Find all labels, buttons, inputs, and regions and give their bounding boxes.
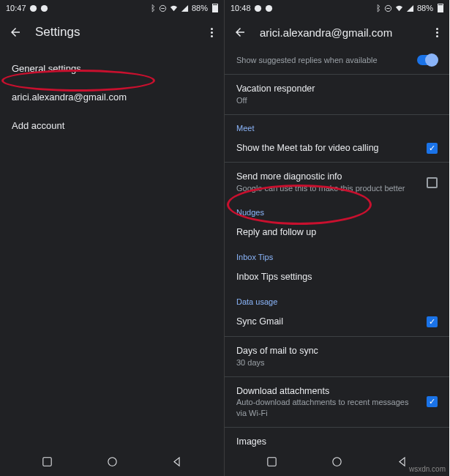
divider (225, 162, 449, 163)
add-account-item[interactable]: Add account (0, 111, 224, 140)
overflow-menu-icon[interactable] (206, 23, 215, 42)
svg-point-0 (29, 4, 36, 11)
overflow-menu-icon[interactable] (432, 23, 440, 42)
phone-right: 10:48 ᛒ 88% arici.alexandra@gmail.com Sh… (225, 0, 449, 476)
images-label: Images (236, 436, 438, 448)
nav-home-button[interactable] (94, 451, 130, 475)
spotify-icon (254, 4, 262, 12)
nudges-item[interactable]: Reply and follow up (225, 220, 449, 245)
smart-replies-item[interactable]: Show suggested replies when available (225, 48, 449, 72)
section-inbox-tips: Inbox Tips (225, 245, 449, 264)
nav-recent-button[interactable] (254, 451, 290, 475)
phone-left: 10:47 ᛒ 88% Settings General settings ar… (0, 0, 225, 476)
download-label: Download attachments (236, 385, 419, 398)
nav-recent-button[interactable] (29, 451, 65, 475)
images-item[interactable]: Images Always display external images (225, 429, 449, 450)
svg-point-1 (40, 4, 47, 11)
general-settings-item[interactable]: General settings (0, 54, 224, 83)
status-left-icons: 10:47 (6, 4, 48, 12)
divider (225, 74, 449, 75)
svg-point-5 (108, 457, 116, 465)
meet-tab-item[interactable]: Show the Meet tab for video calling (225, 135, 449, 161)
wifi-icon (395, 4, 403, 12)
whatsapp-icon (265, 4, 273, 12)
vacation-label: Vacation responder (236, 83, 438, 95)
section-data-usage: Data usage (225, 290, 449, 309)
diagnostic-sub: Google can use this to make this product… (236, 183, 419, 194)
signal-icon (181, 4, 189, 12)
section-meet: Meet (225, 116, 449, 135)
battery-percent: 88% (192, 4, 208, 12)
page-title: Settings (35, 25, 193, 40)
dnd-icon (159, 4, 167, 12)
bluetooth-icon: ᛒ (376, 4, 381, 12)
status-right-icons: ᛒ 88% (151, 4, 218, 12)
wifi-icon (170, 4, 178, 12)
divider (225, 336, 449, 337)
nav-back-button[interactable] (159, 451, 195, 475)
days-sync-item[interactable]: Days of mail to sync 30 days (225, 338, 449, 375)
battery-icon (438, 4, 443, 12)
sync-label: Sync Gmail (236, 316, 419, 328)
download-attachments-item[interactable]: Download attachments Auto-download attac… (225, 379, 449, 426)
meet-tab-label: Show the Meet tab for video calling (236, 142, 419, 155)
app-bar: Settings (0, 16, 224, 48)
battery-icon (212, 4, 218, 12)
inbox-tips-label: Inbox Tips settings (236, 271, 438, 283)
sync-checkbox[interactable] (427, 316, 438, 327)
diagnostic-checkbox[interactable] (427, 177, 438, 188)
vacation-responder-item[interactable]: Vacation responder Off (225, 76, 449, 113)
dnd-icon (384, 4, 392, 12)
back-arrow-icon[interactable] (233, 26, 247, 39)
spotify-icon (29, 4, 37, 12)
svg-point-6 (254, 4, 260, 11)
divider (225, 427, 449, 428)
diagnostic-item[interactable]: Send more diagnostic info Google can use… (225, 164, 449, 201)
svg-rect-4 (43, 457, 51, 465)
vacation-status: Off (236, 95, 438, 106)
svg-point-7 (265, 4, 271, 11)
section-nudges: Nudges (225, 201, 449, 220)
status-right-icons: ᛒ 88% (376, 4, 443, 12)
diagnostic-label: Send more diagnostic info (236, 171, 419, 183)
status-time: 10:48 (230, 4, 251, 12)
settings-list: General settings arici.alexandra@gmail.c… (0, 48, 224, 146)
svg-point-11 (333, 457, 341, 465)
page-title: arici.alexandra@gmail.com (260, 26, 419, 39)
account-settings-list: Show suggested replies when available Va… (225, 48, 449, 450)
days-sub: 30 days (236, 357, 438, 368)
divider (225, 114, 449, 115)
download-checkbox[interactable] (427, 396, 438, 407)
status-bar: 10:47 ᛒ 88% (0, 0, 224, 16)
smart-replies-label: Show suggested replies when available (236, 55, 410, 66)
status-left-icons: 10:48 (230, 4, 273, 12)
sync-gmail-item[interactable]: Sync Gmail (225, 309, 449, 335)
whatsapp-icon (40, 4, 48, 12)
svg-rect-10 (268, 457, 276, 465)
nav-bar (0, 450, 224, 476)
nudges-label: Reply and follow up (236, 226, 438, 239)
signal-icon (406, 4, 414, 12)
back-arrow-icon[interactable] (9, 26, 22, 39)
inbox-tips-item[interactable]: Inbox Tips settings (225, 264, 449, 290)
nav-home-button[interactable] (319, 451, 355, 475)
status-bar: 10:48 ᛒ 88% (225, 0, 449, 16)
bluetooth-icon: ᛒ (151, 4, 156, 12)
divider (225, 376, 449, 377)
status-time: 10:47 (6, 4, 26, 12)
battery-percent: 88% (417, 4, 433, 12)
account-item[interactable]: arici.alexandra@gmail.com (0, 83, 224, 111)
download-sub: Auto-download attachments to recent mess… (236, 397, 419, 419)
watermark: wsxdn.com (409, 465, 446, 473)
meet-tab-checkbox[interactable] (427, 143, 438, 154)
smart-replies-toggle[interactable] (417, 55, 438, 65)
app-bar: arici.alexandra@gmail.com (225, 16, 449, 48)
days-label: Days of mail to sync (236, 345, 438, 357)
